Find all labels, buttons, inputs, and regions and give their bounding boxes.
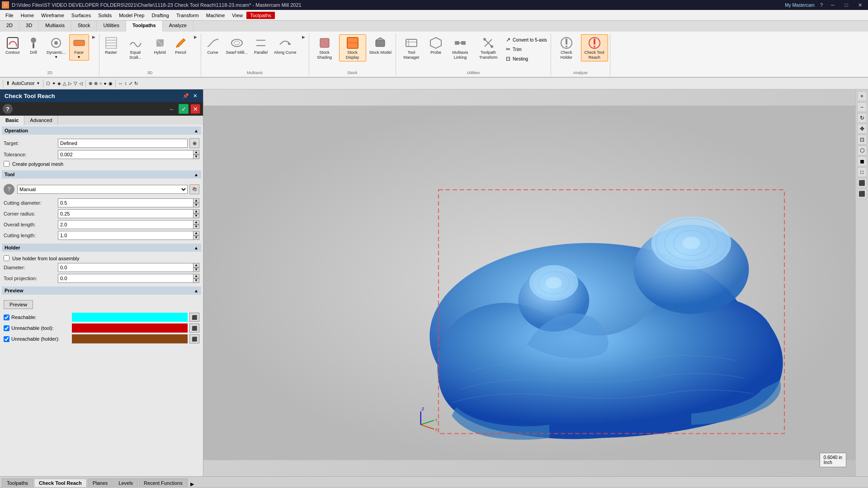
dynamic-dropdown[interactable]: ▼ — [54, 55, 58, 59]
ribbon-btn-curve[interactable]: Curve — [203, 34, 223, 56]
tolerance-spin-down[interactable]: ▼ — [193, 155, 199, 159]
ribbon-btn-nesting[interactable]: ⊡ Nesting — [503, 54, 549, 63]
section-preview-header[interactable]: Preview ▲ — [2, 286, 201, 295]
toolprojection-spin-down[interactable]: ▼ — [193, 278, 199, 283]
unreachable-tool-color-pick-button[interactable]: ⬛ — [189, 324, 199, 333]
toolprojection-spin-up[interactable]: ▲ — [193, 274, 199, 278]
rt-fit-button[interactable]: ⊡ — [857, 135, 867, 145]
section-tool-header[interactable]: Tool ▲ — [2, 170, 201, 178]
rt-wireframe-button[interactable]: □ — [857, 167, 867, 177]
use-holder-checkbox[interactable] — [4, 255, 9, 261]
ribbon-btn-equalscallop[interactable]: Equal Scall... — [122, 34, 149, 61]
menu-toolpaths[interactable]: Toolpaths — [246, 12, 275, 19]
toolbar-tool-15[interactable]: ⤢ — [129, 81, 132, 86]
menu-view[interactable]: View — [228, 12, 246, 19]
ribbon-btn-alongcurve[interactable]: Along Curve — [272, 34, 299, 56]
section-holder-header[interactable]: Holder ▲ — [2, 244, 201, 252]
rt-analysis2-button[interactable]: ⬛ — [857, 189, 867, 199]
panel-close-button[interactable]: ✕ — [191, 92, 198, 99]
ribbon-btn-face[interactable]: Face ▼ — [69, 34, 89, 61]
holder-diameter-spin-up[interactable]: ▲ — [193, 263, 199, 267]
ribbon-btn-contour[interactable]: Contour — [3, 34, 23, 56]
rt-pan-button[interactable]: ✥ — [857, 124, 867, 134]
tool-library-button[interactable]: 📚 — [189, 184, 199, 194]
create-mesh-checkbox[interactable] — [4, 161, 9, 167]
menu-drafting[interactable]: Drafting — [148, 12, 173, 19]
maximize-button[interactable]: □ — [840, 0, 853, 9]
holder-diameter-input[interactable] — [58, 263, 193, 272]
ribbon-btn-toolpathtransform[interactable]: Toolpath Transform — [475, 34, 502, 61]
toolbar-tool-2[interactable]: ✦ — [52, 81, 56, 86]
toolbar-tool-12[interactable]: ◉ — [108, 81, 113, 86]
ribbon-btn-drill[interactable]: Drill — [24, 34, 43, 56]
ribbon-btn-convertto5axis[interactable]: ↗ Convert to 5-axis — [503, 35, 549, 44]
unreachable-holder-color-pick-button[interactable]: ⬛ — [189, 334, 199, 343]
bottom-tab-levels[interactable]: Levels — [113, 479, 138, 487]
tab-basic[interactable]: Basic — [0, 116, 24, 125]
cuttingdiameter-spin-down[interactable]: ▼ — [193, 203, 199, 207]
overalllength-spin-up[interactable]: ▲ — [193, 220, 199, 225]
menu-machine[interactable]: Machine — [203, 12, 229, 19]
ribbon-btn-raster[interactable]: Raster — [101, 34, 121, 56]
toolbar-tool-16[interactable]: ↻ — [134, 81, 138, 86]
toolbar-tool-8[interactable]: ⊕ — [89, 81, 92, 86]
ribbon-btn-trim[interactable]: ✂ Trim — [503, 45, 549, 54]
toolbar-tool-3[interactable]: ◈ — [57, 81, 61, 86]
reachable-color-pick-button[interactable]: ⬛ — [189, 313, 199, 322]
tolerance-spin-up[interactable]: ▲ — [193, 150, 199, 155]
rt-analysis-button[interactable]: ⬛ — [857, 178, 867, 188]
my-mastercam-link[interactable]: My Mastercam — [785, 3, 815, 8]
ribbon-btn-multiaxis-more[interactable]: ▶ — [300, 34, 307, 40]
ribbon-btn-stockmodel[interactable]: Stock Model — [367, 34, 394, 56]
rt-isometric-button[interactable]: ⬡ — [857, 145, 867, 155]
ribbon-btn-stockshading[interactable]: Stock Shading — [311, 34, 338, 61]
bottom-tab-recentfunctions[interactable]: Recent Functions — [139, 479, 188, 487]
toolbar-tool-14[interactable]: ↕ — [125, 81, 127, 86]
toolprojection-input[interactable] — [58, 274, 193, 283]
ribbon-tab-stock[interactable]: Stock — [71, 21, 97, 32]
ribbon-tab-toolpaths[interactable]: Toolpaths — [126, 21, 163, 32]
toolbar-tool-6[interactable]: ▽ — [74, 81, 77, 86]
rt-plus-button[interactable]: + — [857, 91, 867, 101]
bottom-tab-planes[interactable]: Planes — [88, 479, 113, 487]
target-input[interactable] — [58, 139, 188, 148]
tab-advanced[interactable]: Advanced — [24, 116, 58, 125]
rt-rotate-button[interactable]: ↻ — [857, 113, 867, 123]
toolbar-tool-1[interactable]: ⬡ — [46, 81, 50, 86]
overalllength-spin-down[interactable]: ▼ — [193, 225, 199, 229]
toolbar-tool-11[interactable]: ● — [104, 81, 107, 86]
ribbon-btn-multixlinking[interactable]: Multiaxis Linking — [447, 34, 474, 61]
ribbon-btn-hybrid[interactable]: Hybrid — [150, 34, 170, 56]
menu-transform[interactable]: Transform — [173, 12, 203, 19]
cuttinglength-spin-down[interactable]: ▼ — [193, 235, 199, 240]
cuttinglength-input[interactable] — [58, 231, 193, 240]
toolbar-tool-4[interactable]: △ — [63, 81, 66, 86]
ribbon-btn-swarf[interactable]: Swarf Milli... — [224, 34, 250, 56]
ribbon-btn-dynamic[interactable]: Dynamic... ▼ — [44, 34, 68, 61]
toolbar-tool-13[interactable]: ↔ — [118, 81, 123, 86]
cuttingdiameter-spin-up[interactable]: ▲ — [193, 198, 199, 203]
bottom-tab-expand-arrow[interactable]: ▶ — [190, 481, 194, 487]
ribbon-tab-utilities[interactable]: Utilities — [97, 21, 126, 32]
bottom-tab-checktoolreach[interactable]: Check Tool Reach — [34, 479, 87, 487]
ribbon-btn-pencil[interactable]: Pencil — [171, 34, 191, 56]
menu-modelprep[interactable]: Model Prep — [115, 12, 148, 19]
panel-back-button[interactable]: ← — [167, 104, 177, 114]
ribbon-btn-checkholder[interactable]: Check Holder — [553, 34, 580, 61]
panel-pin-button[interactable]: 📌 — [182, 92, 189, 99]
toolbar-tool-7[interactable]: ◁ — [79, 81, 83, 86]
rt-shading-button[interactable]: ◼ — [857, 156, 867, 166]
ribbon-btn-probe[interactable]: Probe — [426, 34, 446, 56]
menu-surfaces[interactable]: Surfaces — [68, 12, 94, 19]
unreachable-holder-checkbox[interactable] — [4, 336, 9, 342]
viewport[interactable]: Y X Z 0.6040 in Inch — [203, 89, 855, 476]
cornerradius-spin-down[interactable]: ▼ — [193, 214, 199, 218]
panel-help-button[interactable]: ? — [3, 104, 13, 114]
help-icon[interactable]: ? — [820, 2, 823, 8]
ribbon-tab-3d[interactable]: 3D — [19, 21, 39, 32]
ribbon-btn-checktoolreach[interactable]: Check Tool Reach — [581, 34, 608, 61]
ribbon-tab-multiaxis[interactable]: Multiaxis — [39, 21, 71, 32]
overalllength-input[interactable] — [58, 220, 193, 229]
close-button[interactable]: ✕ — [854, 0, 866, 9]
ribbon-btn-group-more[interactable]: ▶ — [90, 34, 97, 40]
